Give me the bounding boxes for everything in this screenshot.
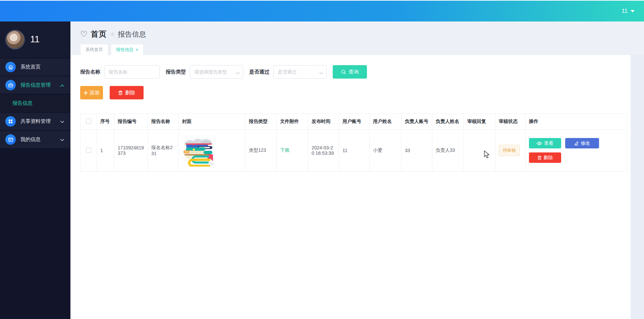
edit-button-label: 修改	[581, 140, 590, 146]
topbar-username: 11	[622, 8, 628, 14]
row-delete-button-label: 删除	[544, 155, 553, 161]
report-type-label: 报告类型	[166, 69, 186, 75]
tab-close-icon[interactable]: ×	[136, 47, 138, 52]
cell-user-name: 小爱	[370, 130, 401, 172]
search-icon	[341, 70, 346, 75]
sidebar-item-my-info[interactable]: 我的信息	[0, 131, 70, 148]
col-header-index: 序号	[97, 114, 114, 130]
eye-icon	[537, 141, 542, 145]
pass-status-select-input[interactable]	[273, 65, 327, 79]
delete-button[interactable]: 删除	[110, 86, 144, 99]
col-header-review-reply: 审核回复	[464, 114, 495, 130]
main-area: ♡ 首页 报告信息 系统首页 报告信息 ×	[70, 21, 644, 319]
pass-status-label: 是否通过	[249, 69, 269, 75]
col-header-manager-account: 负责人账号	[401, 114, 432, 130]
page-title: 报告信息	[118, 30, 146, 39]
breadcrumb: ♡ 首页 报告信息	[80, 29, 644, 39]
report-table: 序号 报告编号 报告名称 封面 报告类型 文件附件 发布时间 用户账号 用户姓名…	[80, 113, 627, 172]
topbar-user-menu[interactable]: 11	[622, 8, 635, 14]
sidebar-profile: 11	[0, 21, 70, 57]
pencil-icon	[574, 141, 579, 146]
trash-icon	[118, 90, 123, 95]
table-header-row: 序号 报告编号 报告名称 封面 报告类型 文件附件 发布时间 用户账号 用户姓名…	[80, 114, 627, 130]
select-all-checkbox[interactable]	[86, 119, 91, 124]
row-actions: 查看 修改	[529, 138, 601, 163]
sidebar-item-system-home[interactable]: 系统首页	[0, 58, 70, 76]
briefcase-icon	[5, 80, 16, 90]
sidebar-item-label: 系统首页	[20, 64, 64, 70]
search-button-label: 查询	[349, 69, 359, 75]
sidebar-item-label: 共享资料管理	[20, 118, 60, 125]
tab-report-info[interactable]: 报告信息 ×	[111, 44, 144, 55]
home-icon	[5, 62, 16, 72]
cell-review-reply	[464, 130, 495, 172]
cell-report-no: 1710924819373	[114, 130, 148, 172]
grid-icon	[5, 116, 16, 127]
cell-index: 1	[97, 130, 114, 172]
breadcrumb-home[interactable]: 首页	[91, 29, 107, 39]
sidebar-item-label: 我的信息	[20, 136, 60, 143]
col-header-user-account: 用户账号	[339, 114, 370, 130]
chevron-down-icon	[60, 137, 64, 143]
sidebar: 11 系统首页 报告信息管理	[0, 21, 70, 319]
report-type-select-input[interactable]	[190, 65, 243, 79]
cell-manager-name: 负责人33	[432, 130, 464, 172]
breadcrumb-separator-icon	[111, 32, 114, 36]
caret-down-icon	[631, 10, 635, 12]
app-window: 11 11 系统首页 报告信	[0, 0, 644, 319]
add-button-label: 添加	[90, 90, 100, 96]
cell-user-account: 11	[339, 130, 370, 172]
page-header: ♡ 首页 报告信息 系统首页 报告信息 ×	[70, 21, 644, 55]
cell-report-type: 类型123	[246, 130, 277, 172]
profile-username: 11	[30, 34, 40, 45]
col-header-report-no: 报告编号	[114, 114, 148, 130]
col-header-ops: 操作	[526, 114, 627, 130]
tab-system-home[interactable]: 系统首页	[80, 44, 108, 55]
report-type-select[interactable]	[190, 65, 243, 79]
row-checkbox[interactable]	[86, 147, 91, 153]
delete-button-label: 删除	[125, 90, 135, 96]
edit-button[interactable]: 修改	[565, 138, 599, 148]
plus-icon	[84, 91, 88, 95]
search-button[interactable]: 查询	[333, 65, 367, 79]
report-name-label: 报告名称	[80, 69, 100, 75]
sidebar-item-label: 报告信息	[12, 100, 64, 106]
filter-bar: 报告名称 报告类型 是否通过	[80, 65, 631, 79]
cell-cover	[179, 130, 246, 172]
col-header-report-type: 报告类型	[246, 114, 277, 130]
add-button[interactable]: 添加	[80, 86, 103, 99]
sidebar-item-report-info-mgmt[interactable]: 报告信息管理	[0, 77, 70, 94]
col-header-user-name: 用户姓名	[370, 114, 401, 130]
cell-report-name: 报名名称231	[148, 130, 179, 172]
trash-icon	[537, 155, 542, 160]
toolbar: 添加 删除	[80, 86, 631, 99]
col-header-review-status: 审核状态	[495, 114, 526, 130]
view-button[interactable]: 查看	[529, 138, 561, 148]
tab-label: 系统首页	[86, 47, 103, 53]
cover-image[interactable]	[182, 134, 216, 167]
sidebar-item-report-info[interactable]: 报告信息	[0, 95, 70, 112]
col-header-cover: 封面	[179, 114, 246, 130]
chevron-up-icon	[60, 82, 64, 88]
card-icon	[5, 134, 16, 145]
col-header-attachment: 文件附件	[277, 114, 308, 130]
col-header-publish-time: 发布时间	[308, 114, 339, 130]
topbar: 11	[0, 0, 644, 21]
download-link[interactable]: 下载	[280, 147, 289, 153]
heart-icon: ♡	[80, 30, 88, 39]
cell-publish-time: 2024-03-20 16:53:39	[308, 130, 339, 172]
status-badge: 待审核	[499, 145, 520, 156]
sidebar-item-label: 报告信息管理	[20, 82, 60, 88]
tab-label: 报告信息	[116, 47, 133, 53]
col-header-manager-name: 负责人姓名	[432, 114, 464, 130]
row-delete-button[interactable]: 删除	[529, 152, 561, 163]
tab-bar: 系统首页 报告信息 ×	[80, 44, 644, 55]
report-name-input[interactable]	[104, 65, 160, 79]
pass-status-select[interactable]	[273, 65, 327, 79]
avatar[interactable]	[5, 30, 25, 49]
chevron-down-icon	[60, 119, 64, 125]
cell-manager-account: 33	[401, 130, 432, 172]
col-header-report-name: 报告名称	[148, 114, 179, 130]
table-row: 1 1710924819373 报名名称231	[80, 130, 627, 172]
sidebar-item-shared-data-mgmt[interactable]: 共享资料管理	[0, 113, 70, 130]
